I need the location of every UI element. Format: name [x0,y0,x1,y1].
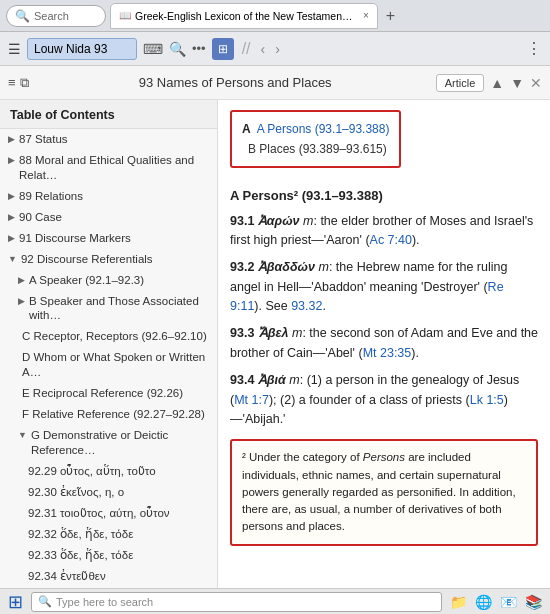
taskbar-search-icon: 🔍 [38,595,52,608]
toc-arrow-92: ▼ [8,254,17,266]
toc-item-92a[interactable]: ▶ A Speaker (92.1–92.3) [0,270,217,291]
toc-arrow-88: ▶ [8,155,15,167]
tab-area: 📖 Greek-English Lexicon of the New Testa… [110,3,544,29]
toc-box-item-a[interactable]: A A Persons (93.1–93.388) [242,120,389,138]
toc-item-87[interactable]: ▶ 87 Status [0,129,217,150]
toc-box-item-b[interactable]: B Places (93.389–93.615) [242,140,389,158]
toc-item-90[interactable]: ▶ 90 Case [0,207,217,228]
article-close-button[interactable]: ✕ [530,75,542,91]
toc-item-92[interactable]: ▼ 92 Discourse Referentials [0,249,217,270]
panel-grid-icon[interactable]: ⧉ [20,75,29,91]
article-badge[interactable]: Article [436,74,485,92]
toc-item-9230[interactable]: 92.30 ἐκεῖνος, η, ο [0,482,217,503]
browser-search-label: Search [34,10,69,22]
article-content: A A Persons (93.1–93.388) B Places (93.3… [218,100,550,588]
bottom-bar: ⊞ 🔍 Type here to search 📁 🌐 📧 📚 [0,588,550,614]
toc-item-91[interactable]: ▶ 91 Discourse Markers [0,228,217,249]
toc-item-89[interactable]: ▶ 89 Relations [0,186,217,207]
search-icon: 🔍 [15,9,30,23]
tab-title: Greek-English Lexicon of the New Testame… [135,10,355,22]
taskbar-search-label: Type here to search [56,596,153,608]
toc-item-88[interactable]: ▶ 88 Moral and Ethical Qualities and Rel… [0,150,217,186]
panel-icons: ≡ ⧉ [8,75,29,91]
browser-bar: 🔍 Search 📖 Greek-English Lexicon of the … [0,0,550,32]
browser-search-bar[interactable]: 🔍 Search [6,5,106,27]
keyboard-icon[interactable]: ⌨ [143,41,163,57]
toc-item-92e[interactable]: E Reciprocal Reference (92.26) [0,383,217,404]
footnote-box: ² Under the category of Persons are incl… [230,439,538,545]
entry-93-4: 93.4 Ἀβιά m: (1) a person in the genealo… [230,371,538,429]
section-heading-a: A Persons² (93.1–93.388) [230,186,538,206]
taskbar-icon-1[interactable]: 📁 [450,594,467,610]
toc-arrow-92a: ▶ [18,275,25,287]
article-toc-box: A A Persons (93.1–93.388) B Places (93.3… [230,110,401,168]
toc-arrow-91: ▶ [8,233,15,245]
layout-button[interactable]: ⊞ [212,38,234,60]
toc-item-92b[interactable]: ▶ B Speaker and Those Associated with… [0,291,217,327]
taskbar-icon-3[interactable]: 📧 [500,594,517,610]
toc-item-9234[interactable]: 92.34 ἐντεῦθεν [0,566,217,587]
toolbar-search-button[interactable]: 🔍 [169,41,186,57]
taskbar-search[interactable]: 🔍 Type here to search [31,592,442,612]
article-header: ≡ ⧉ 93 Names of Persons and Places Artic… [0,66,550,100]
separator: // [242,40,251,58]
tab-close-button[interactable]: × [363,10,369,21]
entry-93-1: 93.1 Ἀαρών m: the elder brother of Moses… [230,212,538,251]
toc-box-link-b[interactable]: B Places (93.389–93.615) [248,140,387,158]
toolbar: ☰ ⌨ 🔍 ••• ⊞ // ‹ › ⋮ [0,32,550,66]
main-area: Table of Contents ▶ 87 Status ▶ 88 Moral… [0,100,550,588]
more-options-button[interactable]: ⋮ [526,39,542,58]
taskbar-icon-2[interactable]: 🌐 [475,594,492,610]
taskbar-icon-4[interactable]: 📚 [525,594,542,610]
panel-lines-icon[interactable]: ≡ [8,75,16,90]
toc-box-link-a[interactable]: A Persons (93.1–93.388) [257,120,390,138]
toc-item-92f[interactable]: F Relative Reference (92.27–92.28) [0,404,217,425]
toc-item-9229[interactable]: 92.29 οὗτος, αὕτη, τοῦτο [0,461,217,482]
book-input[interactable] [27,38,137,60]
toc-item-92g[interactable]: ▼ G Demonstrative or Deictic Reference… [0,425,217,461]
toc-arrow-90: ▶ [8,212,15,224]
sidebar-toc: Table of Contents ▶ 87 Status ▶ 88 Moral… [0,100,218,588]
taskbar-icons: 📁 🌐 📧 📚 [450,594,542,610]
toc-item-92c[interactable]: C Receptor, Receptors (92.6–92.10) [0,326,217,347]
toc-arrow-87: ▶ [8,134,15,146]
article-title: 93 Names of Persons and Places [41,75,430,90]
entry-93-3: 93.3 Ἄβελ m: the second son of Adam and … [230,324,538,363]
toc-item-9235[interactable]: 92.35 ὧδε [0,587,217,588]
toc-item-9232[interactable]: 92.32 ὅδε, ἥδε, τόδε [0,524,217,545]
toc-header: Table of Contents [0,100,217,129]
toc-item-92d[interactable]: D Whom or What Spoken or Written A… [0,347,217,383]
toc-arrow-89: ▶ [8,191,15,203]
entry-93-2: 93.2 Ἀβαδδών m: the Hebrew name for the … [230,258,538,316]
nav-back-button[interactable]: ‹ [259,41,268,57]
active-tab[interactable]: 📖 Greek-English Lexicon of the New Testa… [110,3,378,29]
article-nav-up[interactable]: ▲ [490,75,504,91]
article-nav-down[interactable]: ▼ [510,75,524,91]
footnote-text: ² Under the category of Persons are incl… [242,451,516,532]
windows-button[interactable]: ⊞ [8,591,23,613]
bullet-icon[interactable]: ••• [192,41,206,56]
hamburger-icon[interactable]: ☰ [8,41,21,57]
toc-arrow-92g: ▼ [18,430,27,442]
nav-forward-button[interactable]: › [273,41,282,57]
new-tab-button[interactable]: + [382,7,399,25]
toc-item-9231[interactable]: 92.31 τοιοῦτος, αύτη, οὗτον [0,503,217,524]
toc-item-9233[interactable]: 92.33 ὅδε, ἥδε, τόδε [0,545,217,566]
toc-arrow-92b: ▶ [18,296,25,308]
